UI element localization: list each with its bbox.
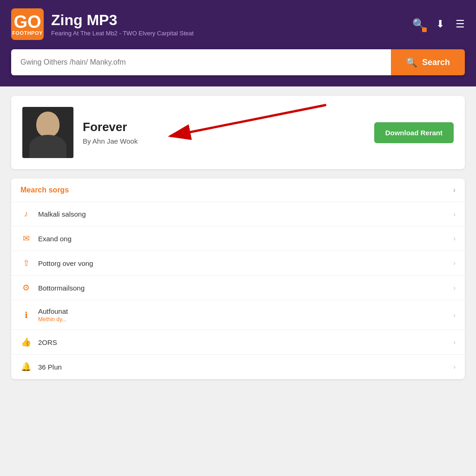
app-title: Zing MP3 xyxy=(51,12,194,29)
list-item-text: Pottorg over vong xyxy=(38,259,93,267)
song-thumbnail-face xyxy=(22,107,73,158)
search-area: 🔍 Search xyxy=(0,49,476,86)
list-item[interactable]: 👍 2ORS › xyxy=(11,330,465,355)
header: GO FOOTHPOY Zing MP3 Fearing At The Leat… xyxy=(0,0,476,49)
search-button-icon: 🔍 xyxy=(406,57,417,68)
section-header-arrow[interactable]: › xyxy=(453,186,456,194)
list-item-left: 🔔 36 Plun xyxy=(20,362,62,372)
bell-icon: 🔔 xyxy=(20,362,32,372)
share-icon: ⇧ xyxy=(20,258,32,268)
songs-section: Mearch sorgs › ♪ Malkali salsong › ✉ Exa… xyxy=(11,178,465,379)
menu-icon[interactable]: ☰ xyxy=(456,18,465,30)
logo: GO FOOTHPOY xyxy=(11,8,44,40)
list-item-sub: Methin dy... xyxy=(38,316,68,323)
list-item-left: ℹ Autfounat Methin dy... xyxy=(20,307,68,323)
search-button[interactable]: 🔍 Search xyxy=(391,49,465,75)
list-item-chevron: › xyxy=(453,235,456,242)
song-title: Forever xyxy=(83,120,365,134)
list-item[interactable]: 🔔 36 Plun › xyxy=(11,355,465,379)
list-item-left: ✉ Exand ong xyxy=(20,233,72,244)
list-item-text: 2ORS xyxy=(38,338,57,346)
section-title: Mearch sorgs xyxy=(20,186,69,194)
list-item-chevron: › xyxy=(453,311,456,319)
logo-foot-text: FOOTHPOY xyxy=(12,31,43,36)
download-header-icon[interactable]: ⬇ xyxy=(436,18,444,30)
search-button-label: Search xyxy=(422,58,450,67)
list-item-text-block: Autfounat Methin dy... xyxy=(38,307,68,323)
list-item-chevron: › xyxy=(453,259,456,267)
thumbsup-icon: 👍 xyxy=(20,337,32,347)
song-artist: By Ahn Jae Wook xyxy=(83,137,365,145)
list-item-text: 36 Plun xyxy=(38,363,62,371)
logo-go-text: GO xyxy=(13,13,41,31)
search-badge xyxy=(422,27,427,32)
list-item-text: Bottormailsong xyxy=(38,284,85,292)
list-item-left: 👍 2ORS xyxy=(20,337,57,347)
music-icon: ♪ xyxy=(20,209,32,219)
section-header: Mearch sorgs › xyxy=(11,178,465,202)
list-item-left: ♪ Malkali salsong xyxy=(20,209,86,219)
list-item-left: ⚙ Bottormailsong xyxy=(20,283,85,293)
search-header-icon[interactable]: 🔍 xyxy=(412,18,425,30)
list-item-text: Exand ong xyxy=(38,235,72,243)
list-item[interactable]: ♪ Malkali salsong › xyxy=(11,202,465,226)
list-item-text: Malkali salsong xyxy=(38,210,86,218)
list-item-chevron: › xyxy=(453,211,456,218)
list-item-chevron: › xyxy=(453,338,456,346)
list-item-left: ⇧ Pottorg over vong xyxy=(20,258,93,268)
song-card-wrapper: Forever By Ahn Jae Wook Download Rerant xyxy=(11,96,465,169)
header-left: GO FOOTHPOY Zing MP3 Fearing At The Leat… xyxy=(11,8,194,40)
song-thumbnail xyxy=(22,107,73,158)
list-item[interactable]: ✉ Exand ong › xyxy=(11,226,465,251)
list-item-autfounat[interactable]: ℹ Autfounat Methin dy... › Bo your choil… xyxy=(11,300,465,330)
app-subtitle: Fearing At The Leat Mb2 - TWO Elvery Car… xyxy=(51,30,194,37)
list-item-chevron: › xyxy=(453,284,456,291)
main-content: Forever By Ahn Jae Wook Download Rerant … xyxy=(0,86,476,389)
download-button[interactable]: Download Rerant xyxy=(374,122,454,143)
song-info: Forever By Ahn Jae Wook xyxy=(83,120,365,145)
list-item-text: Autfounat xyxy=(38,307,68,315)
info-icon: ℹ xyxy=(20,310,32,320)
search-bar: 🔍 Search xyxy=(11,49,465,75)
logo-go-box: GO FOOTHPOY xyxy=(11,8,44,40)
search-input[interactable] xyxy=(11,49,391,75)
list-item[interactable]: ⇧ Pottorg over vong › xyxy=(11,251,465,276)
song-card: Forever By Ahn Jae Wook Download Rerant xyxy=(11,96,465,169)
mail-icon: ✉ xyxy=(20,233,32,244)
header-title-block: Zing MP3 Fearing At The Leat Mb2 - TWO E… xyxy=(51,12,194,37)
header-icons: 🔍 ⬇ ☰ xyxy=(412,18,465,30)
gear-icon: ⚙ xyxy=(20,283,32,293)
list-item-chevron: › xyxy=(453,363,456,370)
section-wrapper: Mearch sorgs › ♪ Malkali salsong › ✉ Exa… xyxy=(11,178,465,379)
list-item[interactable]: ⚙ Bottormailsong › xyxy=(11,276,465,300)
